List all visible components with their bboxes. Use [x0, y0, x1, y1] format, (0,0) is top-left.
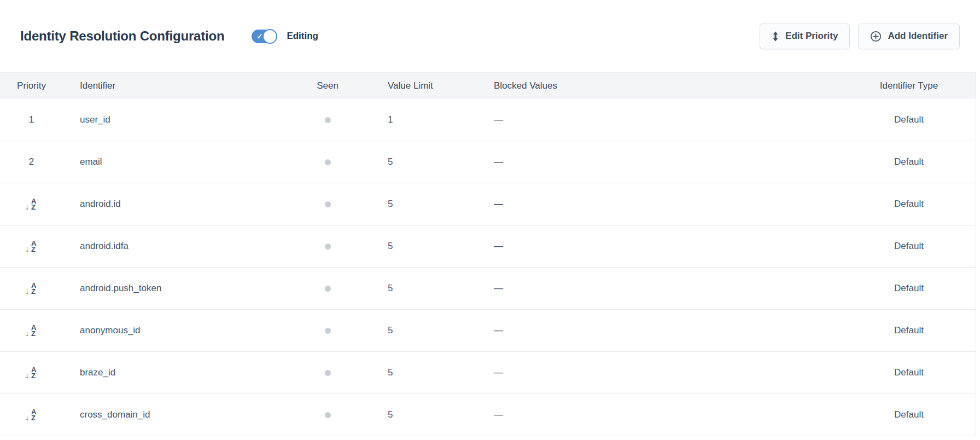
toggle-knob[interactable] [262, 29, 277, 44]
sort-alpha-down-icon: A ↓ Z [25, 366, 38, 379]
identity-resolution-page: Identity Resolution Configuration ✓ Edit… [0, 0, 980, 440]
identifier-type-cell: Default [842, 199, 976, 210]
identifier-cell: android.idfa [63, 241, 304, 252]
identifier-cell: user_id [63, 114, 304, 125]
table-row[interactable]: A ↓ Z anonymous_id 5 — Default [0, 310, 976, 352]
blocked-values-value: — [494, 283, 503, 293]
blocked-values-cell: — [458, 199, 842, 210]
blocked-values-value: — [494, 325, 503, 335]
edit-priority-button[interactable]: Edit Priority [760, 24, 850, 49]
identifier-type-value: Default [894, 199, 924, 210]
seen-indicator-dot [325, 370, 331, 376]
identifier-type-cell: Default [842, 114, 976, 125]
identifier-cell: android.id [63, 199, 304, 210]
column-header-seen: Seen [304, 80, 352, 91]
identifier-type-value: Default [894, 157, 924, 167]
value-limit-cell: 5 [352, 157, 458, 167]
value-limit-value: 5 [388, 325, 393, 335]
identifier-cell: cross_domain_id [63, 409, 304, 420]
identifier-type-value: Default [894, 409, 924, 420]
blocked-values-cell: — [458, 409, 842, 420]
value-limit-value: 5 [388, 157, 393, 167]
identifier-name: android.id [80, 199, 121, 209]
identifier-name: android.idfa [80, 241, 129, 251]
priority-cell: A ↓ Z [0, 366, 63, 379]
table-row[interactable]: 2 A ↓ Z email 5 — Default [0, 141, 976, 183]
sort-alpha-down-icon: A ↓ Z [25, 198, 38, 211]
seen-cell [304, 328, 352, 334]
sort-alpha-down-icon: A ↓ Z [25, 324, 38, 337]
table-row[interactable]: A ↓ Z braze_id 5 — Default [0, 352, 976, 394]
identifier-type-value: Default [894, 114, 924, 125]
priority-cell: A ↓ Z [0, 324, 63, 337]
identifier-type-cell: Default [842, 241, 976, 252]
sort-alpha-down-icon: A ↓ Z [25, 408, 38, 421]
identifier-type-value: Default [894, 241, 924, 252]
column-header-priority: Priority [0, 80, 63, 91]
identifier-type-cell: Default [842, 367, 976, 378]
seen-cell [304, 117, 352, 123]
seen-indicator-dot [325, 412, 331, 418]
page-title: Identity Resolution Configuration [20, 28, 224, 44]
value-limit-value: 1 [388, 114, 393, 125]
value-limit-cell: 5 [352, 283, 458, 294]
value-limit-cell: 5 [352, 241, 458, 252]
edit-priority-label: Edit Priority [785, 31, 838, 42]
table-row[interactable]: A ↓ Z android.push_token 5 — Default [0, 268, 976, 310]
editing-toggle-group: ✓ Editing [252, 29, 318, 44]
sort-alpha-down-icon: A ↓ Z [25, 282, 38, 295]
priority-cell: A ↓ Z [0, 240, 63, 253]
identifier-name: anonymous_id [80, 325, 141, 335]
seen-indicator-dot [325, 201, 331, 207]
blocked-values-cell: — [458, 114, 842, 125]
value-limit-value: 5 [388, 283, 393, 293]
editing-toggle[interactable]: ✓ [252, 29, 277, 44]
column-header-identifier-type: Identifier Type [842, 80, 976, 91]
table-row[interactable]: A ↓ Z android.idfa 5 — Default [0, 225, 976, 268]
identifier-type-value: Default [894, 283, 924, 294]
identifiers-table: Priority Identifier Seen Value Limit Blo… [0, 72, 976, 436]
editing-toggle-label: Editing [287, 31, 318, 42]
priority-number: 2 [29, 157, 34, 167]
header-actions: Edit Priority Add Identifier [760, 24, 960, 49]
blocked-values-cell: — [458, 325, 842, 336]
identifier-name: user_id [80, 114, 110, 125]
add-identifier-label: Add Identifier [888, 31, 948, 42]
identifier-name: cross_domain_id [80, 409, 150, 420]
priority-number: 1 [29, 114, 34, 125]
priority-cell: A ↓ Z [0, 282, 63, 295]
value-limit-cell: 5 [352, 409, 458, 420]
column-header-blocked-values: Blocked Values [458, 80, 842, 91]
seen-indicator-dot [325, 328, 331, 334]
check-icon: ✓ [256, 31, 262, 42]
value-limit-value: 5 [388, 409, 393, 420]
page-header: Identity Resolution Configuration ✓ Edit… [0, 0, 980, 72]
seen-indicator-dot [325, 117, 331, 123]
priority-cell: A ↓ Z [0, 198, 63, 211]
identifier-cell: email [63, 157, 304, 167]
table-row[interactable]: A ↓ Z android.id 5 — Default [0, 183, 976, 225]
identifier-cell: anonymous_id [63, 325, 304, 336]
table-row[interactable]: A ↓ Z cross_domain_id 5 — Default [0, 394, 976, 436]
blocked-values-cell: — [458, 283, 842, 294]
seen-cell [304, 159, 352, 165]
identifier-type-cell: Default [842, 325, 976, 336]
value-limit-value: 5 [388, 367, 393, 378]
blocked-values-cell: — [458, 157, 842, 167]
add-identifier-button[interactable]: Add Identifier [858, 24, 960, 49]
identifier-type-value: Default [894, 325, 924, 336]
blocked-values-value: — [494, 367, 503, 378]
blocked-values-cell: — [458, 241, 842, 252]
identifier-cell: android.push_token [63, 283, 304, 294]
priority-cell: 2 A ↓ Z [0, 157, 63, 167]
table-row[interactable]: 1 A ↓ Z user_id 1 — Default [0, 99, 976, 141]
blocked-values-value: — [494, 199, 503, 209]
identifier-name: android.push_token [80, 283, 161, 293]
seen-cell [304, 286, 352, 292]
blocked-values-value: — [494, 409, 503, 420]
seen-indicator-dot [325, 286, 331, 292]
identifier-type-cell: Default [842, 157, 976, 167]
value-limit-value: 5 [388, 241, 393, 251]
seen-indicator-dot [325, 244, 331, 250]
identifier-name: braze_id [80, 367, 115, 378]
